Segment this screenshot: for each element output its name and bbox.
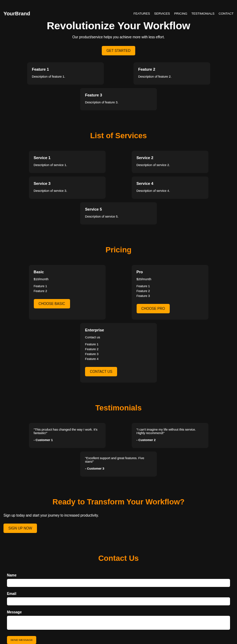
nav-features[interactable]: FEATURES (133, 12, 150, 15)
plan-feature: Feature 2 (34, 289, 101, 293)
message-label: Message (7, 610, 230, 614)
feature-card: Feature 1 Description of feature 1. (27, 62, 104, 85)
plan-feature: Feature 1 (85, 343, 152, 346)
feature-title: Feature 1 (32, 67, 99, 71)
feature-card: Feature 2 Description of feature 2. (133, 62, 210, 85)
feature-title: Feature 3 (85, 93, 152, 97)
testimonials-heading: Testimonials (3, 403, 234, 413)
plan-features: Feature 1 Feature 2 (34, 284, 101, 293)
features-grid: Feature 1 Description of feature 1. Feat… (0, 62, 237, 110)
pricing-card-pro: Pro $20/month Feature 1 Feature 2 Featur… (132, 265, 208, 320)
service-card: Service 1 Description of service 1. (29, 151, 106, 173)
service-desc: Description of service 4. (137, 189, 204, 193)
plan-feature: Feature 3 (137, 294, 204, 298)
services-grid: Service 1 Description of service 1. Serv… (3, 151, 234, 225)
service-title: Service 4 (137, 181, 204, 186)
feature-title: Feature 2 (138, 67, 205, 71)
pricing-grid: Basic $10/month Feature 1 Feature 2 CHOO… (3, 265, 234, 383)
testimonial-quote: "This product has changed the way I work… (34, 428, 101, 435)
name-label: Name (7, 573, 230, 577)
send-message-button[interactable]: SEND MESSAGE (7, 636, 36, 644)
plan-feature: Feature 1 (137, 284, 204, 288)
service-title: Service 1 (34, 156, 101, 160)
pricing-heading: Pricing (3, 245, 234, 254)
service-desc: Description of service 2. (137, 163, 204, 167)
testimonials-section: Testimonials "This product has changed t… (0, 383, 237, 477)
choose-basic-button[interactable]: CHOOSE BASIC (34, 299, 70, 308)
feature-desc: Description of feature 3. (85, 101, 152, 104)
cta-heading: Ready to Transform Your Workflow? (3, 497, 234, 506)
testimonial-card: "This product has changed the way I work… (29, 423, 106, 448)
testimonial-quote: "I can't imagine my life without this se… (137, 428, 204, 435)
service-card: Service 4 Description of service 4. (132, 176, 208, 199)
hero-title: Revolutionize Your Workflow (3, 20, 234, 32)
nav-contact[interactable]: CONTACT (219, 12, 234, 15)
services-heading: List of Services (3, 131, 234, 140)
testimonials-grid: "This product has changed the way I work… (3, 423, 234, 477)
service-title: Service 2 (137, 156, 204, 160)
contact-section: Contact Us Name Email Message SEND MESSA… (0, 533, 237, 644)
header: YourBrand FEATURES SERVICES PRICING TEST… (0, 0, 237, 20)
get-started-button[interactable]: GET STARTED (102, 46, 136, 55)
nav-pricing[interactable]: PRICING (174, 12, 188, 15)
pricing-card-basic: Basic $10/month Feature 1 Feature 2 CHOO… (29, 265, 106, 320)
service-title: Service 3 (34, 181, 101, 186)
contact-heading: Contact Us (3, 554, 234, 563)
plan-name: Enterprise (85, 328, 152, 332)
testimonial-quote: "Excellent support and great features. F… (85, 456, 152, 463)
pricing-card-enterprise: Enterprise Contact us Feature 1 Feature … (80, 323, 157, 383)
cta-section: Ready to Transform Your Workflow? Sign u… (0, 477, 237, 533)
service-title: Service 5 (85, 207, 152, 211)
hero-section: Revolutionize Your Workflow Our product/… (0, 20, 237, 59)
contact-form: Name Email Message SEND MESSAGE (3, 573, 234, 644)
hero-subtitle: Our product/service helps you achieve mo… (3, 35, 234, 39)
sign-up-button[interactable]: SIGN UP NOW (3, 524, 37, 533)
main-nav: FEATURES SERVICES PRICING TESTIMONIALS C… (133, 12, 234, 15)
plan-features: Feature 1 Feature 2 Feature 3 Feature 4 (85, 343, 152, 361)
pricing-section: Pricing Basic $10/month Feature 1 Featur… (0, 225, 237, 383)
testimonial-author: - Customer 2 (137, 438, 204, 442)
plan-name: Basic (34, 270, 101, 274)
brand-logo: YourBrand (3, 10, 30, 16)
message-input[interactable] (7, 616, 230, 630)
name-input[interactable] (7, 579, 230, 587)
choose-pro-button[interactable]: CHOOSE PRO (137, 304, 170, 313)
plan-name: Pro (137, 270, 204, 274)
contact-us-button[interactable]: CONTACT US (85, 367, 117, 376)
service-card: Service 3 Description of service 3. (29, 176, 106, 199)
plan-feature: Feature 4 (85, 357, 152, 361)
plan-feature: Feature 2 (137, 289, 204, 293)
cta-text: Sign up today and start your journey to … (3, 513, 234, 517)
email-label: Email (7, 592, 230, 596)
nav-testimonials[interactable]: TESTIMONIALS (191, 12, 214, 15)
service-card: Service 2 Description of service 2. (132, 151, 208, 173)
plan-feature: Feature 3 (85, 352, 152, 356)
plan-feature: Feature 2 (85, 347, 152, 351)
feature-desc: Description of feature 2. (138, 75, 205, 78)
plan-price: Contact us (85, 336, 152, 339)
feature-desc: Description of feature 1. (32, 75, 99, 78)
plan-feature: Feature 1 (34, 284, 101, 288)
testimonial-author: - Customer 3 (85, 467, 152, 470)
services-section: List of Services Service 1 Description o… (0, 110, 237, 225)
testimonial-card: "I can't imagine my life without this se… (132, 423, 208, 448)
plan-price: $20/month (137, 277, 204, 281)
testimonial-card: "Excellent support and great features. F… (80, 451, 157, 477)
service-desc: Description of service 3. (34, 189, 101, 193)
service-desc: Description of service 1. (34, 163, 101, 167)
nav-services[interactable]: SERVICES (154, 12, 170, 15)
email-input[interactable] (7, 597, 230, 605)
service-card: Service 5 Description of service 5. (80, 202, 157, 225)
plan-price: $10/month (34, 277, 101, 281)
service-desc: Description of service 5. (85, 215, 152, 218)
testimonial-author: - Customer 1 (34, 438, 101, 442)
plan-features: Feature 1 Feature 2 Feature 3 (137, 284, 204, 298)
feature-card: Feature 3 Description of feature 3. (80, 88, 157, 110)
